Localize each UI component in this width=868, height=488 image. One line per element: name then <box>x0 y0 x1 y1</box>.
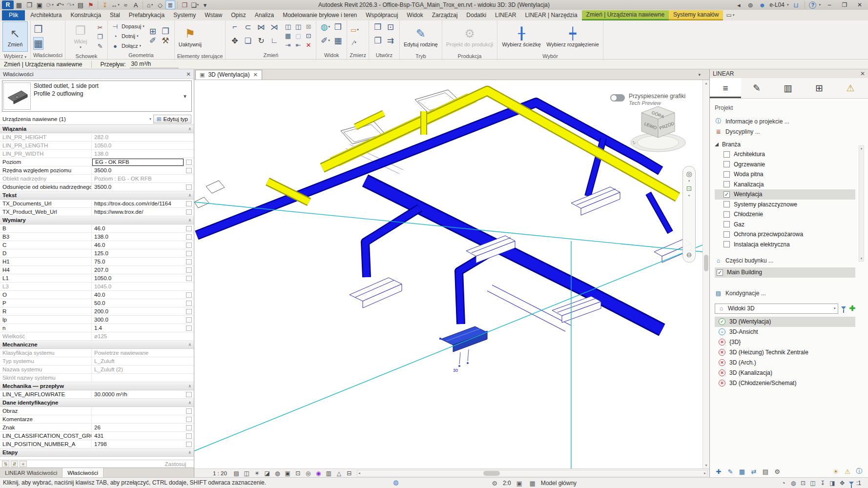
rendering-icon[interactable]: ◍ <box>272 469 283 478</box>
unpin-icon[interactable]: ⊠ <box>303 22 313 31</box>
scroll-left-icon[interactable]: ◂ <box>358 471 360 475</box>
split-element-icon[interactable]: ◫ <box>283 22 293 31</box>
property-value[interactable]: https://www.trox.de/ <box>92 208 184 216</box>
reveal-constraints-icon[interactable]: ⊟ <box>344 469 354 478</box>
panel-label-measure[interactable]: Zmierz <box>347 52 369 59</box>
discipline-ogrzewanie[interactable]: Ogrzewanie <box>715 160 855 170</box>
cut-button[interactable]: ◔Dotnij▾ <box>110 32 145 41</box>
search-icon[interactable]: ⊚ <box>745 0 755 9</box>
checkbox[interactable] <box>723 201 730 207</box>
array-icon[interactable]: ▦ <box>283 32 293 41</box>
view-tabs-overflow-icon[interactable]: ▾ <box>698 72 701 80</box>
reveal-hidden-elements-icon[interactable]: ◉ <box>313 469 324 478</box>
property-value[interactable]: https://trox-docs.com/r/de/1164 <box>92 200 184 207</box>
associate-parameter-box[interactable] <box>184 166 194 174</box>
edit-network-icon[interactable]: ✎ <box>725 467 735 476</box>
panel-label-modify[interactable]: Zmień <box>226 52 316 59</box>
panel-label-mode[interactable]: Tryb <box>400 53 442 60</box>
pending-requests-icon[interactable]: ⚙ <box>490 479 499 488</box>
property-value[interactable]: 1798 <box>92 440 184 448</box>
close-icon[interactable]: ✕ <box>186 71 191 78</box>
redo-icon[interactable]: ↷▾ <box>65 0 75 9</box>
property-value[interactable]: 1.4 <box>92 324 184 332</box>
detail-level-icon[interactable]: ▤ <box>231 469 242 478</box>
create-similar-icon[interactable]: ❒ <box>372 22 384 31</box>
tab-analiza[interactable]: Analiza <box>250 10 278 20</box>
tab-dodatki[interactable]: Dodatki <box>462 10 491 20</box>
warning-icon[interactable]: ⚠ <box>835 78 866 98</box>
pin-element-icon[interactable]: ⊡ <box>303 32 313 41</box>
building-row[interactable]: ✓Main Building <box>715 267 855 278</box>
associate-parameter-box[interactable] <box>184 274 194 282</box>
minimize-button[interactable]: – <box>823 1 836 8</box>
show-analytical-model-icon[interactable]: △ <box>334 469 344 478</box>
app-store-cart-icon[interactable]: ⊔ <box>791 0 801 9</box>
linework-icon[interactable]: ✐▾ <box>319 36 331 45</box>
help-icon[interactable]: ? <box>809 1 816 9</box>
checkbox[interactable] <box>723 211 730 218</box>
flow-input[interactable]: 30 m³/h <box>130 61 179 68</box>
graphics-acceleration-toggle[interactable]: Przyspieszenie grafikiTech Preview <box>610 93 685 106</box>
panel-label-view[interactable]: Widok <box>316 52 347 59</box>
panel-label-selection[interactable]: Wybór <box>497 53 603 60</box>
tab-stal[interactable]: Stal <box>105 10 124 20</box>
calculator-icon[interactable]: ⊞ <box>804 78 835 98</box>
shadows-icon[interactable]: ◪ <box>262 469 272 478</box>
spline-icon[interactable]: ≈ <box>121 0 130 9</box>
property-value[interactable]: 75.0 <box>92 258 184 265</box>
property-value[interactable]: 50.0 <box>92 299 184 307</box>
supply-air-ducts[interactable] <box>197 102 670 330</box>
mirror-pick-axis-icon[interactable]: ⋈ <box>254 22 268 31</box>
property-value[interactable]: 3500.0 <box>92 166 184 174</box>
model-canvas[interactable]: Z. GÓRA LEWO PRZÓD <box>194 80 709 468</box>
panel-label-geometry[interactable]: Geometria <box>108 52 174 59</box>
view-scale-button[interactable]: 1 : 20 <box>209 470 231 476</box>
revit-menu-button[interactable]: R <box>2 0 14 9</box>
design-options-icon[interactable]: ▦ <box>528 479 537 488</box>
apply-button[interactable]: Zastosuj <box>159 461 192 467</box>
checkbox[interactable] <box>723 181 730 187</box>
select-by-face-toggle-icon[interactable]: ◨ <box>828 479 837 488</box>
drag-on-selection-toggle-icon[interactable]: ✥ <box>838 479 847 488</box>
horizontal-scrollbar[interactable]: ◂▸ <box>357 470 707 477</box>
select-pinned-toggle-icon[interactable]: ↧ <box>818 479 827 488</box>
scroll-right-icon[interactable]: ▸ <box>704 471 706 475</box>
collapse-icon[interactable]: ∧ <box>188 342 191 347</box>
tab-prefabrykacja[interactable]: Prefabrykacja <box>124 10 169 20</box>
property-value[interactable]: 46.0 <box>92 241 184 249</box>
discipline-wentylacja[interactable]: ✓Wentylacja <box>715 189 855 200</box>
select-links-toggle-icon[interactable]: ⊡ <box>799 479 807 488</box>
scroll-handle[interactable] <box>483 471 500 476</box>
cope-button[interactable]: ⊣Dopasuj▾ <box>110 22 145 31</box>
visual-style-icon[interactable]: ◫ <box>242 469 252 478</box>
discipline-systemy-płaszczyznowe[interactable]: Systemy płaszczyznowe <box>715 200 855 210</box>
columns-icon[interactable]: ▥ <box>772 78 804 98</box>
collapse-icon[interactable]: ∧ <box>188 400 191 405</box>
associate-parameter-box[interactable] <box>184 390 194 398</box>
user-menu-caret-icon[interactable]: ▾ <box>787 3 789 7</box>
delete-icon[interactable]: ✕ <box>303 41 313 50</box>
activate-controls-button[interactable]: ⚑Uaktywnij <box>177 21 203 52</box>
select-underlay-toggle-icon[interactable]: ◫ <box>808 479 817 488</box>
view-item[interactable]: ✕3D (Kanalizacja) <box>715 368 855 378</box>
storeys-item[interactable]: ▤Kondygnacje ... <box>715 288 868 299</box>
type-properties-icon[interactable]: ❒ <box>33 23 43 36</box>
scroll-down-icon[interactable]: ▾ <box>705 463 707 468</box>
associate-parameter-box[interactable] <box>184 183 194 191</box>
sync-with-central-icon[interactable]: ⟳▾ <box>45 0 55 9</box>
steering-wheel-icon[interactable]: ◎ <box>684 169 694 178</box>
associate-parameter-box[interactable] <box>184 299 194 307</box>
ribbon-display-toggle[interactable]: ▭▾ <box>726 12 734 20</box>
scale-icon[interactable]: ▢ <box>293 32 303 41</box>
tab-widok[interactable]: Widok <box>402 10 427 20</box>
checkbox[interactable] <box>723 151 730 158</box>
match-type-icon[interactable]: ✎ <box>95 41 105 50</box>
property-value[interactable]: 30.0000 m³/h <box>92 390 184 398</box>
associate-parameter-box[interactable] <box>184 158 194 166</box>
close-inactive-windows-icon[interactable]: ❒ <box>180 0 189 9</box>
cut-icon[interactable]: ✂ <box>95 23 105 32</box>
default-3d-view-icon[interactable]: ⌂▾ <box>145 0 155 9</box>
tab-współpracuj[interactable]: Współpracuj <box>361 10 402 20</box>
associate-parameter-box[interactable] <box>184 266 194 274</box>
checkbox[interactable]: ✓ <box>723 191 730 198</box>
